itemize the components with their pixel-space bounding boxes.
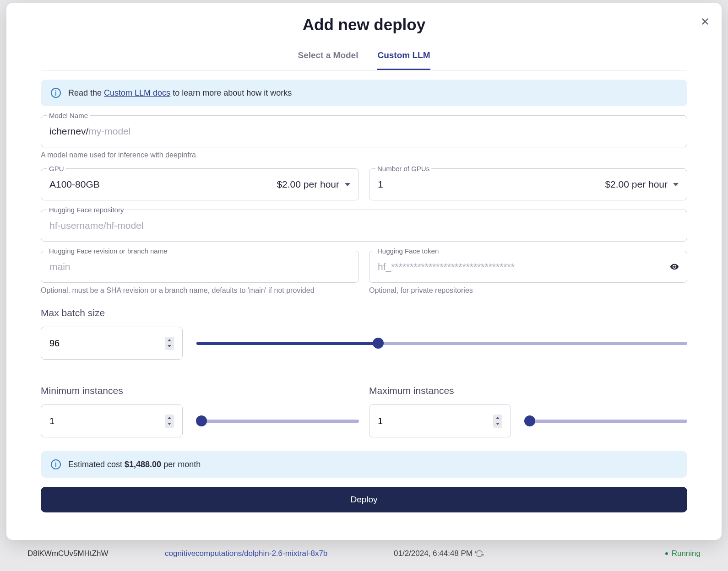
model-name-input[interactable]: [88, 126, 679, 137]
hf-revision-input[interactable]: [49, 261, 350, 272]
close-icon: [700, 16, 710, 27]
stepper-controls: [165, 337, 174, 350]
model-link[interactable]: cognitivecomputations/dolphin-2.6-mixtra…: [165, 549, 394, 558]
status-badge: Running: [665, 549, 701, 558]
num-gpus-select[interactable]: 1 $2.00 per hour: [369, 168, 687, 200]
close-button[interactable]: [697, 13, 713, 32]
model-name-group: Model Name ichernev/ A model name used f…: [41, 115, 687, 159]
max-instances-value: 1: [378, 416, 383, 426]
hf-token-help: Optional, for private repositories: [369, 286, 687, 295]
cost-alert: Estimated cost $1,488.00 per month: [41, 451, 687, 478]
num-gpus-group: Number of GPUs 1 $2.00 per hour: [369, 168, 687, 200]
max-batch-slider[interactable]: [196, 342, 687, 345]
increment-button[interactable]: [166, 415, 173, 421]
model-name-label: Model Name: [47, 112, 90, 119]
decrement-button[interactable]: [166, 344, 173, 349]
modal-title: Add new deploy: [41, 16, 687, 34]
toggle-visibility-button[interactable]: [668, 260, 681, 274]
slider-thumb[interactable]: [524, 415, 535, 426]
increment-button[interactable]: [494, 415, 501, 421]
deploy-id: D8lKWmCUv5MHtZhW: [27, 549, 165, 558]
min-instances-label: Minimum instances: [41, 385, 359, 396]
deploy-button[interactable]: Deploy: [41, 487, 687, 512]
num-gpus-value: 1: [378, 179, 383, 190]
hf-token-label: Hugging Face token: [375, 247, 440, 255]
eye-icon: [668, 262, 681, 271]
gpu-select[interactable]: A100-80GB $2.00 per hour: [41, 168, 359, 200]
model-name-input-wrapper[interactable]: ichernev/: [41, 115, 687, 147]
gpu-price: $2.00 per hour: [277, 179, 339, 190]
max-batch-input[interactable]: 96: [41, 327, 183, 360]
decrement-button[interactable]: [494, 421, 501, 427]
min-instances-input[interactable]: 1: [41, 404, 183, 437]
hf-token-input-wrapper[interactable]: [369, 251, 687, 283]
hf-token-group: Hugging Face token Optional, for private…: [369, 251, 687, 295]
status-dot-icon: [665, 552, 668, 555]
hf-repo-label: Hugging Face repository: [47, 206, 125, 214]
slider-thumb[interactable]: [196, 415, 207, 426]
max-batch-value: 96: [49, 338, 60, 349]
tab-custom-llm[interactable]: Custom LLM: [377, 50, 430, 70]
max-batch-label: Max batch size: [41, 307, 687, 318]
num-gpus-price: $2.00 per hour: [605, 179, 668, 190]
background-table-row: D8lKWmCUv5MHtZhW cognitivecomputations/d…: [0, 541, 728, 571]
stepper-controls: [165, 415, 174, 428]
decrement-button[interactable]: [166, 421, 173, 427]
model-name-help: A model name used for inference with dee…: [41, 151, 687, 159]
gpu-group: GPU A100-80GB $2.00 per hour: [41, 168, 359, 200]
docs-link[interactable]: Custom LLM docs: [104, 88, 170, 97]
hf-revision-input-wrapper[interactable]: [41, 251, 359, 283]
table-row: D8lKWmCUv5MHtZhW cognitivecomputations/d…: [27, 541, 701, 566]
model-name-prefix: ichernev/: [49, 126, 88, 137]
hf-repo-input-wrapper[interactable]: [41, 210, 687, 242]
chevron-down-icon: [345, 183, 350, 186]
hf-token-input[interactable]: [378, 261, 668, 272]
refresh-icon: [475, 549, 484, 558]
max-instances-label: Maximum instances: [369, 385, 687, 396]
gpu-label: GPU: [47, 165, 66, 172]
max-instances-input[interactable]: 1: [369, 404, 511, 437]
gpu-value: A100-80GB: [49, 179, 100, 190]
deploy-date: 01/2/2024, 6:44:48 PM: [394, 549, 517, 558]
max-instances-slider[interactable]: [525, 420, 687, 423]
hf-repo-group: Hugging Face repository: [41, 210, 687, 242]
hf-revision-group: Hugging Face revision or branch name Opt…: [41, 251, 359, 295]
min-instances-value: 1: [49, 416, 54, 426]
stepper-controls: [493, 415, 502, 428]
increment-button[interactable]: [166, 338, 173, 343]
docs-info-alert: Read the Custom LLM docs to learn more a…: [41, 80, 687, 106]
hf-revision-label: Hugging Face revision or branch name: [47, 247, 169, 255]
hf-revision-help: Optional, must be a SHA revision or a br…: [41, 286, 359, 295]
tab-select-model[interactable]: Select a Model: [298, 50, 358, 70]
tab-bar: Select a Model Custom LLM: [41, 50, 687, 70]
slider-fill: [196, 342, 378, 345]
slider-thumb[interactable]: [373, 338, 384, 349]
chevron-down-icon: [673, 183, 679, 186]
hf-repo-input[interactable]: [49, 220, 679, 231]
info-icon: [51, 459, 61, 469]
cost-text: Estimated cost $1,488.00 per month: [68, 460, 201, 469]
info-icon: [51, 88, 61, 98]
num-gpus-label: Number of GPUs: [375, 165, 431, 172]
deploy-modal: Add new deploy Select a Model Custom LLM…: [6, 3, 722, 540]
min-instances-slider[interactable]: [196, 420, 359, 423]
alert-text: Read the Custom LLM docs to learn more a…: [68, 88, 292, 98]
